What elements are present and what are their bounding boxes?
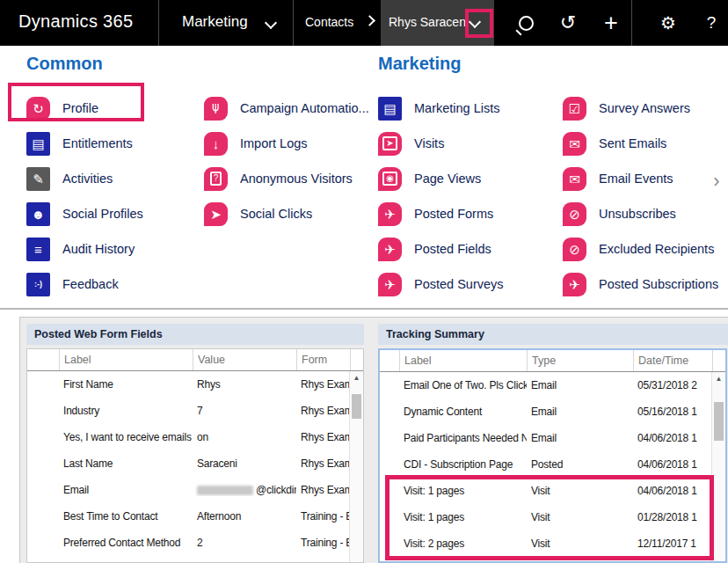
menu-item-posted-forms[interactable]: ✈ Posted Forms [378,196,558,231]
column-header-label[interactable]: Label [399,350,527,371]
table-row[interactable]: Email One of Two. Pls Click Lir Email 05… [380,372,711,398]
cell-label: Email One of Two. Pls Click Lir [399,379,527,391]
menu-item-posted-surveys[interactable]: ✈ Posted Surveys [378,267,558,302]
menu-item-label: Marketing Lists [414,101,500,115]
menu-item-survey-answers[interactable]: ☑ Survey Answers [563,91,726,126]
scrollbar-thumb[interactable] [352,394,361,419]
table-row[interactable]: CDI - Subscription Page Posted 04/06/201… [380,451,711,478]
column-header-datetime[interactable]: Date/Time [633,350,712,371]
record-chevron-down-icon[interactable] [469,16,481,28]
cell-value: @clickdime [193,484,296,496]
menu-item-label: Profile [62,101,98,115]
marketing-lists-icon: ▤ [378,97,402,121]
table-row[interactable]: Visit: 1 pages Visit 01/28/2018 1 [380,504,711,530]
table-row[interactable]: Best Time to Contact Afternoon Training … [27,503,350,530]
recent-items-icon[interactable]: ↺ [553,0,583,46]
table-row[interactable]: Industry 7 Rhys Example [27,398,350,424]
menu-item-visits[interactable]: ➤ Visits [378,126,558,161]
column-header-type[interactable]: Type [527,350,633,371]
cell-form: Training - Ea [296,537,350,549]
menu-item-campaign-automation[interactable]: ⋔ Campaign Automatio... [204,91,378,126]
cell-label: Paid Participants Needed Now [399,432,527,444]
scrollbar-thumb[interactable] [714,402,724,441]
breadcrumb-entity[interactable]: Contacts [305,15,353,29]
table-row[interactable]: Visit: 1 pages Visit 04/06/2018 1 [380,478,711,504]
menu-item-activities[interactable]: ✎ Activities [26,161,199,196]
cell-datetime: 04/06/2018 1 [633,485,711,497]
app-switcher[interactable]: Marketing [182,13,248,31]
menu-item-label: Campaign Automatio... [240,101,369,115]
cell-type: Posted [527,458,633,471]
cell-datetime: 01/28/2018 1 [633,511,711,523]
dynamics-365-logo[interactable]: Dynamics 365 [18,11,133,32]
tracking-summary-panel: Tracking Summary Label Type Date/Time Em… [378,324,728,563]
search-icon[interactable] [511,0,541,46]
cell-type: Email [527,432,633,444]
magnifier-glyph [519,16,534,31]
menu-item-label: Audit History [62,242,135,256]
table-row[interactable]: Visit: 2 pages Visit 12/11/2017 1 [380,530,711,557]
menu-item-audit-history[interactable]: ≡ Audit History [26,231,199,267]
menu-item-email-events[interactable]: ✉ Email Events [563,161,726,196]
cell-form: Rhys Example [296,405,350,417]
posted-subscriptions-icon: ✈ [563,273,586,296]
table-row[interactable]: Dynamic Content Email 05/16/2018 1 [380,398,711,425]
cell-label: CDI - Subscription Page [399,458,527,471]
column-header-form[interactable]: Form [296,349,350,370]
menu-item-posted-fields[interactable]: ✈ Posted Fields [378,231,558,267]
column-header-label[interactable]: Label [59,349,193,370]
table-row[interactable]: Paid Participants Needed Now Email 04/06… [380,425,711,451]
menu-item-label: Email Events [599,172,673,186]
cell-datetime: 05/16/2018 1 [633,406,711,418]
vertical-scrollbar[interactable]: ▲ [349,371,363,562]
help-icon[interactable]: ? [696,0,726,46]
menu-item-label: Anonymous Visitors [240,172,353,186]
menu-item-posted-subscriptions[interactable]: ✈ Posted Subscriptions [563,267,726,302]
menu-item-profile[interactable]: ↻ Profile [26,91,199,126]
menu-column-4: ☑ Survey Answers ✉ Sent Emails ✉ Email E… [563,91,726,302]
cell-label: Industry [59,405,193,417]
sitemap-flyout-menu: Common ↻ Profile ▤ Entitlements ✎ Activi… [0,46,728,310]
header-gutter [27,349,59,370]
menu-item-entitlements[interactable]: ▤ Entitlements [26,126,199,161]
cell-label: Email [59,484,193,496]
menu-item-feedback[interactable]: :-) Feedback [26,267,199,302]
cell-form: Rhys Example [296,457,350,470]
table-row[interactable]: Last Name Saraceni Rhys Example [27,450,350,477]
cell-value: Afternoon [193,510,296,523]
menu-item-label: Posted Forms [414,207,493,221]
cell-form: Training - Ea [296,510,350,523]
quick-create-icon[interactable]: + [596,0,626,46]
column-header-value[interactable]: Value [193,349,296,370]
cell-datetime: 05/31/2018 2 [633,379,711,391]
breadcrumb-record[interactable]: Rhys Saraceni [381,0,494,46]
divider [293,0,294,46]
cell-type: Visit [527,537,633,550]
menu-item-social-profiles[interactable]: ☻ Social Profiles [26,196,199,231]
scroll-up-arrow-icon[interactable]: ▲ [350,371,363,384]
posted-forms-icon: ✈ [378,202,402,226]
menu-item-anonymous-visitors[interactable]: ? Anonymous Visitors [204,161,378,196]
table-row[interactable]: Email @clickdime Rhys Example [27,477,350,503]
menu-item-sent-emails[interactable]: ✉ Sent Emails [563,126,726,161]
posted-surveys-icon: ✈ [378,273,402,296]
menu-item-unsubscribes[interactable]: ⊘ Unsubscribes [563,196,726,231]
activities-icon: ✎ [26,167,50,191]
settings-gear-icon[interactable]: ⚙ [653,0,683,46]
menu-item-social-clicks[interactable]: ➤ Social Clicks [204,196,378,231]
table-row[interactable]: First Name Rhys Rhys Example [27,371,350,398]
menu-item-import-logs[interactable]: ↓ Import Logs [204,126,378,161]
scroll-up-arrow-icon[interactable]: ▲ [712,372,725,385]
menu-item-marketing-lists[interactable]: ▤ Marketing Lists [378,91,558,126]
table-row[interactable]: Yes, I want to receive emails on Rhys Ex… [27,424,350,450]
menu-item-excluded-recipients[interactable]: ⊘ Excluded Recipients [563,231,726,267]
scroll-right-chevron-icon[interactable]: › [709,170,724,193]
form-section-container: Posted Web Form Fields Label Value Form … [19,317,728,563]
cell-label: Visit: 1 pages [399,485,527,497]
cell-type: Email [527,379,633,391]
chevron-down-icon[interactable] [265,17,277,29]
menu-item-page-views[interactable]: ◉ Page Views [378,161,558,196]
section-header-common: Common [26,53,199,91]
table-row[interactable]: Preferred Contact Method 2 Training - Ea [27,530,350,556]
vertical-scrollbar[interactable]: ▲ [711,372,725,561]
